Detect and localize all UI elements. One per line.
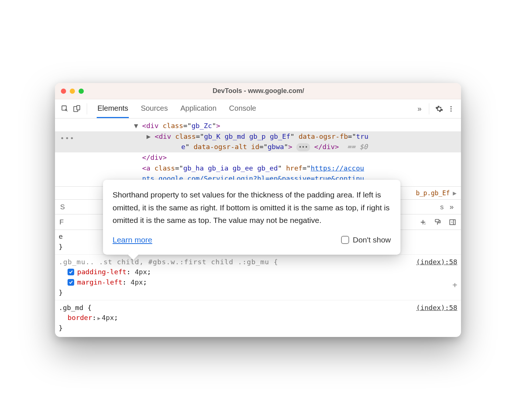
separator (87, 103, 87, 114)
href-value[interactable]: https://accou (311, 164, 364, 172)
rule-selector[interactable]: .gb_mu.. .st child, #gbs.w.:first child … (59, 257, 278, 267)
style-property[interactable]: padding-left: 4px; (68, 267, 457, 277)
property-value[interactable]: 4px (102, 314, 114, 321)
more-tabs-icon[interactable]: » (414, 104, 424, 113)
svg-point-5 (450, 110, 451, 111)
panel-tabs: Elements Sources Application Console (97, 100, 412, 118)
panel-toggle-icon[interactable] (448, 218, 457, 226)
svg-point-4 (450, 108, 451, 109)
svg-rect-6 (435, 219, 439, 222)
filter-fragment[interactable]: F (59, 218, 64, 226)
checkbox-icon[interactable] (341, 236, 349, 244)
property-value[interactable]: 4px (135, 268, 147, 276)
rule-source-link[interactable]: (index):58 (416, 257, 457, 267)
css-doc-tooltip: Shorthand property to set values for the… (103, 180, 400, 255)
style-property[interactable]: border:▶4px; (68, 313, 457, 323)
dom-node-selected-cont[interactable]: e" data-ogsr-alt id="gbwa"> ••• </div> =… (55, 142, 461, 152)
dont-show-option[interactable]: Don't show (341, 234, 391, 247)
device-toggle-icon[interactable] (72, 104, 82, 114)
devtools-window: DevTools - www.google.com/ Elements Sour… (55, 83, 461, 337)
attr-value: gbwa (268, 143, 284, 151)
more-tabs-icon[interactable]: » (446, 203, 456, 211)
checkbox-checked-icon[interactable] (68, 269, 74, 275)
property-name[interactable]: padding-left (77, 268, 127, 276)
selected-marker: == $0 (347, 143, 368, 151)
inspect-icon[interactable] (60, 104, 70, 114)
kebab-icon[interactable] (446, 104, 456, 114)
row-menu-icon[interactable]: ••• (60, 133, 75, 144)
separator (429, 103, 429, 114)
attr-name: href (286, 164, 303, 172)
tooltip-footer: Learn more Don't show (113, 234, 391, 247)
learn-more-link[interactable]: Learn more (113, 234, 152, 247)
attr-name: id (251, 143, 259, 151)
add-rule-icon[interactable]: + (453, 279, 457, 291)
tab-application[interactable]: Application (180, 100, 217, 118)
svg-rect-2 (77, 105, 80, 110)
titlebar: DevTools - www.google.com/ (55, 83, 461, 99)
style-property[interactable]: margin-left: 4px; (68, 277, 457, 288)
window-title: DevTools - www.google.com/ (62, 87, 455, 95)
chevron-right-icon[interactable]: ▶ (453, 189, 457, 197)
expand-icon[interactable]: ▶ (97, 315, 100, 321)
dom-node[interactable]: ▼<div class="gb_Zc"> (55, 121, 461, 131)
rule-brace: } (59, 288, 457, 298)
gear-icon[interactable] (434, 104, 444, 114)
rule-selector[interactable]: .gb_md { (59, 303, 92, 313)
property-name[interactable]: border (68, 314, 92, 321)
rule-header[interactable]: .gb_mu.. .st child, #gbs.w.:first child … (59, 257, 457, 267)
attr-value: gb_Zc (192, 122, 212, 130)
attr-value: tru (356, 132, 368, 140)
svg-point-3 (450, 106, 451, 107)
tab-elements[interactable]: Elements (97, 100, 129, 118)
tab-fragment[interactable]: S (60, 203, 65, 211)
dom-node-selected[interactable]: ▶<div class="gb_K gb_md gb_p gb_Ef" data… (55, 131, 461, 142)
tab-fragment[interactable]: s (440, 203, 444, 211)
checkbox-checked-icon[interactable] (68, 279, 74, 286)
attr-value: e (181, 143, 185, 151)
dont-show-label: Don't show (353, 234, 391, 247)
rule-separator (55, 300, 461, 300)
rule-header[interactable]: .gb_md { (index):58 (59, 303, 457, 313)
rule-source-link[interactable]: (index):58 (416, 303, 457, 313)
tooltip-body: Shorthand property to set values for the… (113, 189, 391, 227)
dom-tree[interactable]: ••• ▼<div class="gb_Zc"> ▶<div class="gb… (55, 118, 461, 186)
dom-node[interactable]: <a class="gb_ha gb_ia gb_ee gb_ed" href=… (55, 163, 461, 174)
attr-name: data-ogsr-alt (193, 143, 247, 151)
tab-sources[interactable]: Sources (140, 100, 168, 118)
plus-icon[interactable] (419, 218, 427, 226)
dom-node[interactable]: </div> (55, 152, 461, 163)
property-value[interactable]: 4px (131, 278, 143, 286)
main-toolbar: Elements Sources Application Console » (55, 99, 461, 118)
ellipsis-icon[interactable]: ••• (296, 143, 310, 151)
attr-value: gb_K gb_md gb_p gb_Ef (204, 132, 290, 140)
attr-name: class (163, 122, 183, 130)
tab-console[interactable]: Console (228, 100, 257, 118)
attr-name: data-ogsr-fb (299, 132, 348, 140)
attr-value: gb_ha gb_ia gb_ee gb_ed (183, 164, 278, 172)
rule-brace: } (59, 323, 457, 333)
breadcrumb-item[interactable]: b_p.gb_Ef (416, 189, 450, 197)
paint-icon[interactable] (434, 218, 442, 226)
property-name[interactable]: margin-left (77, 278, 123, 286)
